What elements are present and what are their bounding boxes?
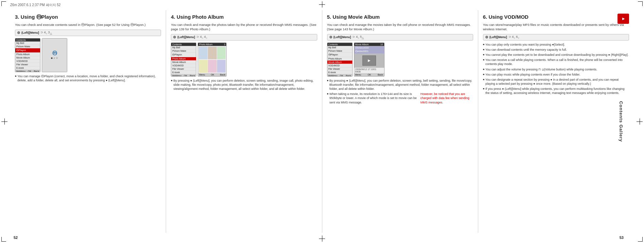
section4-phone-bar: (Left)[Menu] ⊃ 4○ 4○ bbox=[171, 34, 317, 40]
vod-icon: ▶ bbox=[618, 14, 629, 24]
s4-s1-header: Contents bbox=[171, 43, 196, 46]
section4-bullets: By pressing ● (Left)[Menu], you can perf… bbox=[171, 79, 317, 91]
s3-m1: My Bell bbox=[15, 42, 40, 45]
s4-photo1 bbox=[199, 47, 208, 59]
s5-s1-header: Contents bbox=[327, 43, 352, 46]
section6-bullet4: You can receive a call while playing con… bbox=[483, 58, 629, 66]
section5-bar-dot bbox=[329, 36, 332, 38]
section5-bullet1: By pressing ● (Left)[Menu], you can perf… bbox=[327, 79, 473, 91]
section3-screen1-inner: Contents My Bell Picture Make ⓜPlayon Ph… bbox=[15, 38, 40, 72]
s4-photo6 bbox=[217, 60, 226, 72]
s4-m1: My Bell bbox=[171, 46, 196, 49]
section5-bullet2: When taking a movie, its resolution is 1… bbox=[327, 92, 473, 104]
section5-screen1: Contents My Bell Picture Make ⓜPlayon Ph… bbox=[327, 43, 353, 77]
s5-s2-header: Movie Album10 bbox=[354, 43, 384, 46]
section6-bullets: You can play only contents you want by p… bbox=[483, 43, 629, 95]
s4-photo3 bbox=[217, 47, 226, 59]
s4-photo4 bbox=[199, 60, 208, 72]
s3-m8: E-book bbox=[15, 66, 40, 70]
crosshair-bottom bbox=[319, 236, 325, 242]
section3-bar-text: (Left)[Menu] bbox=[21, 31, 39, 34]
section3-phone-bar: (Left)[Menu] ⊃ 4○ 3△ bbox=[15, 30, 161, 36]
section3-bar-icons: ⊃ 4○ 3△ bbox=[40, 31, 52, 35]
crosshair-left bbox=[1, 118, 7, 125]
section4-desc: You can check and manage the photos take… bbox=[171, 22, 317, 32]
s4-m5: Movie Album bbox=[171, 61, 196, 64]
content-area: 3. Using ⓜPlayon You can check and execu… bbox=[10, 10, 634, 233]
s3-m2: Picture Make bbox=[15, 45, 40, 48]
vod-icon-text: ▶ bbox=[622, 17, 625, 20]
s3-m5: Movie Album bbox=[15, 56, 40, 60]
s5-m5: Movie Album bbox=[327, 61, 352, 64]
s5-album-tabs: ⓜVideo4000 ⓜvideo0001 bbox=[354, 46, 384, 53]
s3-playon-logo: ⓜ bbox=[52, 50, 57, 56]
s4-photo-grid2 bbox=[198, 60, 226, 73]
s4-m3: ⓜPlayon bbox=[171, 53, 196, 57]
s5-m2: Picture Make bbox=[327, 49, 352, 53]
section-4: 4. Using Photo Album You can check and m… bbox=[166, 10, 322, 233]
section5-screen1-inner: Contents My Bell Picture Make ⓜPlayon Ph… bbox=[327, 43, 352, 76]
s4-m7: File Viewer bbox=[171, 67, 196, 71]
section4-bar-text: (Left)[Menu] bbox=[177, 35, 195, 39]
section6-bullet5: You can adjust the volume by pressing ⊓ … bbox=[483, 67, 629, 71]
s4-photo2 bbox=[208, 47, 217, 59]
s5-m1: My Bell bbox=[327, 46, 352, 49]
section6-desc: You can store/manage/play MP3 files or m… bbox=[483, 22, 629, 32]
s4-s2-content: Photo Album3 MenuOKBack bbox=[198, 43, 226, 76]
section6-bar-text: (Left)[Menu] bbox=[489, 35, 507, 39]
s3-playon-icons: ■ ♪ ☆ bbox=[51, 56, 58, 60]
s5-video-frame: ▶ bbox=[362, 55, 376, 66]
section3-screen2: ⓜ ■ ♪ ☆ bbox=[42, 38, 67, 72]
section5-bar-text: (Left)[Menu] bbox=[334, 35, 351, 39]
corner-mark-br bbox=[638, 237, 643, 242]
section5-phone-screens: Contents My Bell Picture Make ⓜPlayon Ph… bbox=[327, 43, 473, 77]
s4-m4: Photo Album bbox=[171, 57, 196, 61]
s5-s2-footer: MenuOKBack bbox=[354, 73, 384, 76]
section4-title: 4. Using Photo Album bbox=[171, 14, 317, 20]
section4-bar-icons: ⊃ 4○ 4○ bbox=[196, 35, 207, 39]
corner-mark-bl bbox=[1, 237, 6, 242]
s3-m3: ⓜPlayon bbox=[15, 48, 40, 53]
section4-screen2: Photo Album3 MenuOKBack bbox=[198, 43, 227, 77]
s4-photo5 bbox=[208, 60, 217, 72]
s3-s2-content: ⓜ ■ ♪ ☆ bbox=[42, 38, 67, 72]
section6-title: 6. Using VOD/MOD bbox=[483, 14, 629, 20]
section-6: 6. Using VOD/MOD You can store/manage/pl… bbox=[478, 10, 634, 233]
s4-m8: E-book bbox=[171, 71, 196, 74]
section5-highlight: However, be noticed that you are charged… bbox=[421, 92, 473, 104]
section5-bar-icons: ⊃ 4○ 5△ bbox=[352, 35, 364, 39]
s3-m7: File Viewer bbox=[15, 63, 40, 66]
page-number-right: 53 bbox=[620, 236, 624, 240]
section5-screen2: Movie Album10 ⓜVideo4000 ⓜvideo0001 ▶ 20… bbox=[354, 43, 384, 77]
section5-desc: You can check and manage the movies take… bbox=[327, 22, 473, 32]
s5-s2-content: Movie Album10 ⓜVideo4000 ⓜvideo0001 ▶ 20… bbox=[354, 43, 384, 76]
section6-bar-dot bbox=[485, 36, 488, 38]
section5-title: 5. Using Movie Album bbox=[327, 14, 473, 20]
s3-s1-footer: MyMenuOKBack bbox=[15, 70, 40, 72]
section5-phone-bar: (Left)[Menu] ⊃ 4○ 5△ bbox=[327, 34, 473, 40]
s5-s1-footer: MyMenuOKBack bbox=[327, 74, 352, 77]
s4-photo-grid bbox=[198, 46, 226, 60]
section4-bar-dot bbox=[173, 36, 176, 38]
section6-bullet8: If you press ● (Left)[Menu] while playin… bbox=[483, 87, 629, 95]
crosshair-right bbox=[637, 118, 643, 125]
section4-bullet1: By pressing ● (Left)[Menu], you can perf… bbox=[171, 79, 317, 91]
s3-s1-header: Contents bbox=[15, 38, 40, 42]
corner-mark-tr bbox=[638, 1, 643, 6]
section6-bullet1: You can play only contents you want by p… bbox=[483, 43, 629, 47]
section6-bullet7: You can designate a repeat section by pr… bbox=[483, 78, 629, 86]
section4-screen1: Contents My Bell Picture Make ⓜPlayon Ph… bbox=[171, 43, 196, 77]
section6-bullet2: You can download contents until the memo… bbox=[483, 48, 629, 52]
s5-m6: VOD/MOD bbox=[327, 64, 352, 67]
s3-m6: VOD/MOD bbox=[15, 60, 40, 63]
section3-desc: You can check and execute contents saved… bbox=[15, 22, 161, 27]
section6-phone-bar: (Left)[Menu] ⊃ 4○ 6○ bbox=[483, 34, 629, 40]
page-number-left: 52 bbox=[14, 236, 18, 240]
section-3: 3. Using ⓜPlayon You can check and execu… bbox=[10, 10, 166, 233]
s5-m3: ⓜPlayon bbox=[327, 53, 352, 57]
section6-bullet6: You can play music while playing content… bbox=[483, 72, 629, 77]
section3-phone-screens: Contents My Bell Picture Make ⓜPlayon Ph… bbox=[15, 38, 161, 72]
section4-screen1-inner: Contents My Bell Picture Make ⓜPlayon Ph… bbox=[171, 43, 196, 76]
corner-mark-tl bbox=[1, 1, 6, 6]
phone-bar-dot bbox=[17, 31, 20, 34]
